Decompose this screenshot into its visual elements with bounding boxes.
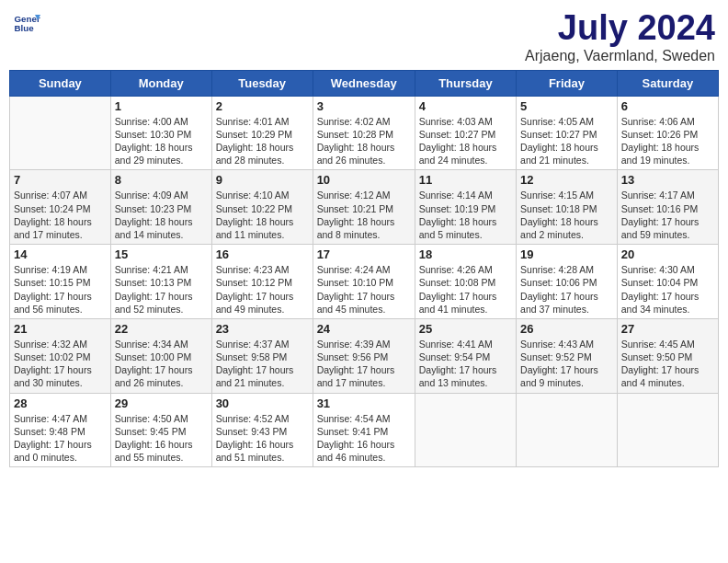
week-row-5: 28Sunrise: 4:47 AM Sunset: 9:48 PM Dayli… [10, 393, 719, 467]
day-number: 21 [14, 322, 107, 336]
day-cell-16: 16Sunrise: 4:23 AM Sunset: 10:12 PM Dayl… [211, 245, 313, 319]
title-area: July 2024 Arjaeng, Vaermland, Sweden [525, 9, 715, 64]
calendar-table: SundayMondayTuesdayWednesdayThursdayFrid… [9, 70, 719, 467]
day-cell-30: 30Sunrise: 4:52 AM Sunset: 9:43 PM Dayli… [211, 393, 313, 467]
day-info: Sunrise: 4:30 AM Sunset: 10:04 PM Daylig… [621, 263, 714, 316]
day-cell-23: 23Sunrise: 4:37 AM Sunset: 9:58 PM Dayli… [211, 318, 313, 393]
week-row-4: 21Sunrise: 4:32 AM Sunset: 10:02 PM Dayl… [10, 318, 719, 393]
weekday-header-thursday: Thursday [415, 70, 516, 96]
day-number: 28 [14, 396, 107, 410]
day-number: 31 [317, 396, 411, 410]
page-header: General Blue July 2024 Arjaeng, Vaermlan… [9, 9, 719, 64]
day-cell-15: 15Sunrise: 4:21 AM Sunset: 10:13 PM Dayl… [110, 245, 211, 319]
day-cell-14: 14Sunrise: 4:19 AM Sunset: 10:15 PM Dayl… [10, 245, 111, 319]
day-cell-17: 17Sunrise: 4:24 AM Sunset: 10:10 PM Dayl… [313, 245, 415, 319]
day-cell-13: 13Sunrise: 4:17 AM Sunset: 10:16 PM Dayl… [617, 170, 718, 245]
month-title: July 2024 [525, 9, 715, 48]
day-number: 12 [520, 173, 613, 187]
empty-cell-0-0 [10, 96, 111, 170]
day-info: Sunrise: 4:21 AM Sunset: 10:13 PM Daylig… [115, 263, 208, 316]
day-number: 23 [216, 322, 309, 336]
day-number: 29 [115, 396, 208, 410]
day-info: Sunrise: 4:19 AM Sunset: 10:15 PM Daylig… [14, 263, 107, 316]
day-number: 3 [317, 99, 411, 113]
day-info: Sunrise: 4:39 AM Sunset: 9:56 PM Dayligh… [317, 338, 411, 390]
day-info: Sunrise: 4:26 AM Sunset: 10:08 PM Daylig… [419, 263, 512, 316]
day-cell-4: 4Sunrise: 4:03 AM Sunset: 10:27 PM Dayli… [415, 96, 516, 170]
day-cell-10: 10Sunrise: 4:12 AM Sunset: 10:21 PM Dayl… [313, 170, 415, 245]
day-info: Sunrise: 4:02 AM Sunset: 10:28 PM Daylig… [317, 115, 411, 167]
day-number: 19 [520, 247, 613, 261]
day-number: 5 [520, 99, 613, 113]
day-number: 9 [216, 173, 309, 187]
day-cell-29: 29Sunrise: 4:50 AM Sunset: 9:45 PM Dayli… [110, 393, 211, 467]
day-cell-12: 12Sunrise: 4:15 AM Sunset: 10:18 PM Dayl… [517, 170, 618, 245]
day-cell-26: 26Sunrise: 4:43 AM Sunset: 9:52 PM Dayli… [517, 318, 618, 393]
svg-text:Blue: Blue [15, 23, 35, 33]
day-info: Sunrise: 4:23 AM Sunset: 10:12 PM Daylig… [216, 263, 309, 316]
day-number: 1 [115, 99, 208, 113]
day-cell-11: 11Sunrise: 4:14 AM Sunset: 10:19 PM Dayl… [415, 170, 516, 245]
week-row-3: 14Sunrise: 4:19 AM Sunset: 10:15 PM Dayl… [10, 245, 719, 319]
weekday-header-sunday: Sunday [10, 70, 111, 96]
day-cell-27: 27Sunrise: 4:45 AM Sunset: 9:50 PM Dayli… [617, 318, 718, 393]
day-cell-7: 7Sunrise: 4:07 AM Sunset: 10:24 PM Dayli… [10, 170, 111, 245]
weekday-header-tuesday: Tuesday [211, 70, 313, 96]
day-number: 26 [520, 322, 613, 336]
day-cell-25: 25Sunrise: 4:41 AM Sunset: 9:54 PM Dayli… [415, 318, 516, 393]
day-cell-2: 2Sunrise: 4:01 AM Sunset: 10:29 PM Dayli… [211, 96, 313, 170]
weekday-header-monday: Monday [110, 70, 211, 96]
day-info: Sunrise: 4:01 AM Sunset: 10:29 PM Daylig… [216, 115, 309, 167]
day-number: 14 [14, 247, 107, 261]
day-cell-31: 31Sunrise: 4:54 AM Sunset: 9:41 PM Dayli… [313, 393, 415, 467]
day-number: 18 [419, 247, 512, 261]
day-info: Sunrise: 4:17 AM Sunset: 10:16 PM Daylig… [621, 189, 714, 241]
day-cell-6: 6Sunrise: 4:06 AM Sunset: 10:26 PM Dayli… [617, 96, 718, 170]
day-info: Sunrise: 4:34 AM Sunset: 10:00 PM Daylig… [115, 338, 208, 390]
location: Arjaeng, Vaermland, Sweden [525, 48, 715, 64]
day-number: 25 [419, 322, 512, 336]
day-number: 17 [317, 247, 411, 261]
day-info: Sunrise: 4:28 AM Sunset: 10:06 PM Daylig… [520, 263, 613, 316]
day-info: Sunrise: 4:54 AM Sunset: 9:41 PM Dayligh… [317, 412, 411, 465]
day-info: Sunrise: 4:41 AM Sunset: 9:54 PM Dayligh… [419, 338, 512, 390]
day-info: Sunrise: 4:10 AM Sunset: 10:22 PM Daylig… [216, 189, 309, 241]
day-cell-8: 8Sunrise: 4:09 AM Sunset: 10:23 PM Dayli… [110, 170, 211, 245]
weekday-header-row: SundayMondayTuesdayWednesdayThursdayFrid… [10, 70, 719, 96]
day-info: Sunrise: 4:06 AM Sunset: 10:26 PM Daylig… [621, 115, 714, 167]
logo-icon: General Blue [13, 9, 40, 37]
day-cell-18: 18Sunrise: 4:26 AM Sunset: 10:08 PM Dayl… [415, 245, 516, 319]
day-info: Sunrise: 4:00 AM Sunset: 10:30 PM Daylig… [115, 115, 208, 167]
day-info: Sunrise: 4:14 AM Sunset: 10:19 PM Daylig… [419, 189, 512, 241]
day-cell-19: 19Sunrise: 4:28 AM Sunset: 10:06 PM Dayl… [517, 245, 618, 319]
day-number: 10 [317, 173, 411, 187]
day-cell-21: 21Sunrise: 4:32 AM Sunset: 10:02 PM Dayl… [10, 318, 111, 393]
day-number: 27 [621, 322, 714, 336]
day-info: Sunrise: 4:12 AM Sunset: 10:21 PM Daylig… [317, 189, 411, 241]
day-number: 6 [621, 99, 714, 113]
weekday-header-friday: Friday [517, 70, 618, 96]
day-info: Sunrise: 4:03 AM Sunset: 10:27 PM Daylig… [419, 115, 512, 167]
day-info: Sunrise: 4:50 AM Sunset: 9:45 PM Dayligh… [115, 412, 208, 465]
day-info: Sunrise: 4:24 AM Sunset: 10:10 PM Daylig… [317, 263, 411, 316]
day-cell-28: 28Sunrise: 4:47 AM Sunset: 9:48 PM Dayli… [10, 393, 111, 467]
day-cell-9: 9Sunrise: 4:10 AM Sunset: 10:22 PM Dayli… [211, 170, 313, 245]
day-number: 20 [621, 247, 714, 261]
day-number: 2 [216, 99, 309, 113]
day-info: Sunrise: 4:05 AM Sunset: 10:27 PM Daylig… [520, 115, 613, 167]
day-number: 22 [115, 322, 208, 336]
day-info: Sunrise: 4:45 AM Sunset: 9:50 PM Dayligh… [621, 338, 714, 390]
day-info: Sunrise: 4:15 AM Sunset: 10:18 PM Daylig… [520, 189, 613, 241]
week-row-1: 1Sunrise: 4:00 AM Sunset: 10:30 PM Dayli… [10, 96, 719, 170]
empty-cell-4-6 [617, 393, 718, 467]
day-cell-22: 22Sunrise: 4:34 AM Sunset: 10:00 PM Dayl… [110, 318, 211, 393]
empty-cell-4-5 [517, 393, 618, 467]
day-info: Sunrise: 4:43 AM Sunset: 9:52 PM Dayligh… [520, 338, 613, 390]
day-number: 11 [419, 173, 512, 187]
day-number: 7 [14, 173, 107, 187]
day-cell-3: 3Sunrise: 4:02 AM Sunset: 10:28 PM Dayli… [313, 96, 415, 170]
day-number: 16 [216, 247, 309, 261]
day-cell-24: 24Sunrise: 4:39 AM Sunset: 9:56 PM Dayli… [313, 318, 415, 393]
day-info: Sunrise: 4:47 AM Sunset: 9:48 PM Dayligh… [14, 412, 107, 465]
day-cell-5: 5Sunrise: 4:05 AM Sunset: 10:27 PM Dayli… [517, 96, 618, 170]
